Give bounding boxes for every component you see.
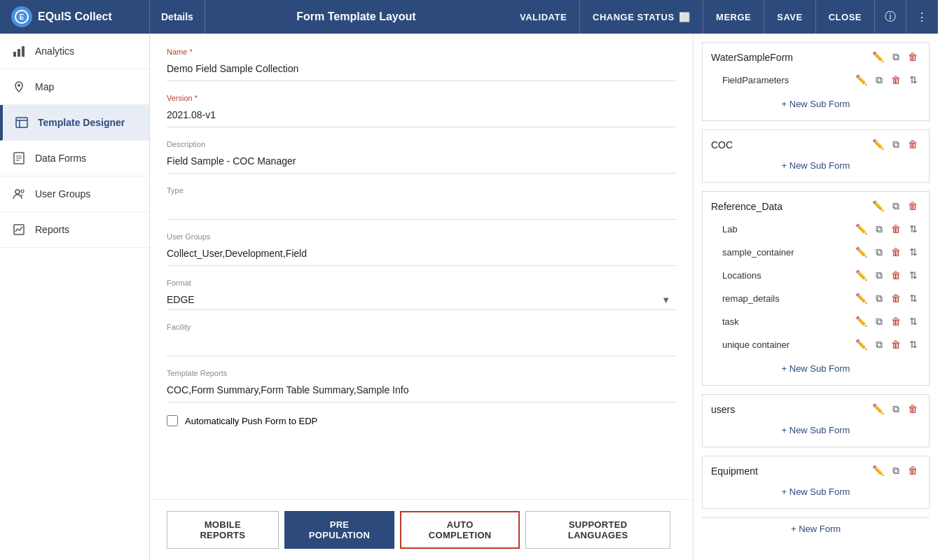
reorder-sample-container-icon[interactable]: ⇅: [906, 245, 920, 260]
group-actions-water-sample-form: ✏️ ⧉ 🗑: [869, 50, 920, 64]
reorder-locations-icon[interactable]: ⇅: [906, 268, 920, 283]
edit-users-icon[interactable]: ✏️: [869, 402, 887, 416]
bottom-buttons: MOBILE REPORTS PRE POPULATION AUTO COMPL…: [150, 499, 693, 560]
delete-water-sample-form-icon[interactable]: 🗑: [905, 50, 920, 64]
delete-unique-container-icon[interactable]: 🗑: [888, 337, 904, 352]
group-name-water-sample-form: WaterSampleForm: [711, 52, 793, 63]
merge-button[interactable]: MERGE: [703, 0, 764, 34]
brand-name: EQuIS Collect: [38, 10, 112, 23]
new-sub-form-btn-users[interactable]: + New Sub Form: [711, 421, 920, 440]
reorder-unique-container-icon[interactable]: ⇅: [906, 337, 920, 352]
reorder-remap-details-icon[interactable]: ⇅: [906, 291, 920, 306]
edit-sample-container-icon[interactable]: ✏️: [853, 245, 870, 260]
new-sub-form-btn-equipment[interactable]: + New Sub Form: [711, 482, 920, 501]
type-field-group: Type: [167, 186, 676, 220]
close-button[interactable]: CLOSE: [816, 0, 875, 34]
form-group-header-users: users ✏️ ⧉ 🗑: [711, 402, 920, 416]
version-label: Version *: [167, 94, 676, 102]
sub-item-name-task: task: [722, 316, 739, 327]
sub-item-task: task ✏️ ⧉ 🗑 ⇅: [711, 310, 920, 333]
copy-equipment-icon[interactable]: ⧉: [890, 463, 902, 478]
reorder-lab-icon[interactable]: ⇅: [906, 222, 920, 237]
facility-value: [167, 334, 676, 356]
sidebar-item-template-designer[interactable]: Template Designer: [0, 105, 149, 141]
brand-icon: E: [11, 6, 32, 27]
edit-field-parameters-icon[interactable]: ✏️: [853, 73, 870, 88]
sub-item-actions-field-parameters: ✏️ ⧉ 🗑 ⇅: [853, 73, 920, 88]
copy-reference-data-icon[interactable]: ⧉: [890, 199, 902, 214]
template-reports-value: COC,Form Summary,Form Table Summary,Samp…: [167, 380, 676, 402]
user-groups-value: Collect_User,Development,Field: [167, 244, 676, 266]
sidebar-label-reports: Reports: [35, 224, 69, 235]
group-name-equipment: Equipment: [711, 465, 758, 477]
more-menu-button[interactable]: ⋮: [906, 0, 938, 34]
delete-reference-data-icon[interactable]: 🗑: [905, 199, 920, 214]
delete-lab-icon[interactable]: 🗑: [888, 222, 904, 237]
format-label: Format: [167, 279, 676, 287]
copy-field-parameters-icon[interactable]: ⧉: [873, 73, 885, 88]
delete-remap-details-icon[interactable]: 🗑: [888, 291, 904, 306]
delete-users-icon[interactable]: 🗑: [905, 402, 920, 416]
form-group-header-equipment: Equipment ✏️ ⧉ 🗑: [711, 463, 920, 478]
delete-field-parameters-icon[interactable]: 🗑: [888, 73, 904, 88]
copy-task-icon[interactable]: ⧉: [873, 314, 885, 329]
copy-locations-icon[interactable]: ⧉: [873, 268, 885, 283]
new-form-button[interactable]: + New Form: [702, 517, 930, 540]
info-button[interactable]: ⓘ: [875, 0, 906, 34]
auto-completion-button[interactable]: AUTO COMPLETION: [400, 511, 520, 549]
change-status-button[interactable]: CHANGE STATUS ⬜: [580, 0, 703, 34]
copy-users-icon[interactable]: ⧉: [890, 402, 902, 416]
new-sub-form-btn-reference-data[interactable]: + New Sub Form: [711, 359, 920, 378]
reorder-task-icon[interactable]: ⇅: [906, 314, 920, 329]
template-designer-icon: [14, 115, 29, 130]
copy-coc-icon[interactable]: ⧉: [890, 137, 902, 152]
edit-equipment-icon[interactable]: ✏️: [869, 463, 887, 478]
edit-water-sample-form-icon[interactable]: ✏️: [869, 50, 887, 64]
format-field-group: Format EDGE ▼: [167, 279, 676, 310]
delete-coc-icon[interactable]: 🗑: [905, 137, 920, 152]
form-group-header-reference-data: Reference_Data ✏️ ⧉ 🗑: [711, 199, 920, 214]
copy-water-sample-form-icon[interactable]: ⧉: [890, 50, 902, 64]
supported-languages-button[interactable]: SUPPORTED LANGUAGES: [525, 511, 670, 549]
edit-locations-icon[interactable]: ✏️: [853, 268, 870, 283]
sidebar-label-template-designer: Template Designer: [38, 117, 125, 128]
format-select[interactable]: EDGE: [167, 290, 676, 309]
sidebar-item-user-groups[interactable]: User Groups: [0, 176, 149, 212]
edit-coc-icon[interactable]: ✏️: [869, 137, 887, 152]
form-group-reference-data: Reference_Data ✏️ ⧉ 🗑 Lab ✏️ ⧉ 🗑 ⇅ sampl…: [702, 191, 930, 386]
auto-push-checkbox[interactable]: [167, 415, 178, 426]
new-sub-form-btn-coc[interactable]: + New Sub Form: [711, 156, 920, 175]
edit-unique-container-icon[interactable]: ✏️: [853, 337, 870, 352]
edit-remap-details-icon[interactable]: ✏️: [853, 291, 870, 306]
reorder-field-parameters-icon[interactable]: ⇅: [906, 73, 920, 88]
name-field-group: Name * Demo Field Sample Collection: [167, 48, 676, 81]
analytics-icon: [11, 43, 27, 59]
group-name-reference-data: Reference_Data: [711, 201, 782, 212]
copy-remap-details-icon[interactable]: ⧉: [873, 291, 885, 306]
copy-sample-container-icon[interactable]: ⧉: [873, 245, 885, 260]
copy-unique-container-icon[interactable]: ⧉: [873, 337, 885, 352]
copy-lab-icon[interactable]: ⧉: [873, 222, 885, 237]
data-forms-icon: [11, 150, 27, 166]
edit-task-icon[interactable]: ✏️: [853, 314, 870, 329]
sidebar-item-map[interactable]: Map: [0, 69, 149, 105]
save-button[interactable]: SAVE: [764, 0, 815, 34]
group-name-users: users: [711, 404, 735, 415]
delete-equipment-icon[interactable]: 🗑: [905, 463, 920, 478]
svg-point-13: [15, 190, 20, 194]
group-actions-users: ✏️ ⧉ 🗑: [869, 402, 920, 416]
validate-button[interactable]: VALIDATE: [507, 0, 580, 34]
edit-reference-data-icon[interactable]: ✏️: [869, 199, 887, 214]
sidebar-item-analytics[interactable]: Analytics: [0, 34, 149, 69]
delete-task-icon[interactable]: 🗑: [888, 314, 904, 329]
delete-sample-container-icon[interactable]: 🗑: [888, 245, 904, 260]
sidebar-label-map: Map: [35, 81, 54, 92]
sidebar-item-data-forms[interactable]: Data Forms: [0, 141, 149, 176]
delete-locations-icon[interactable]: 🗑: [888, 268, 904, 283]
pre-population-button[interactable]: PRE POPULATION: [284, 511, 395, 549]
facility-label: Facility: [167, 323, 676, 331]
sidebar-item-reports[interactable]: Reports: [0, 212, 149, 248]
mobile-reports-button[interactable]: MOBILE REPORTS: [167, 511, 279, 549]
new-sub-form-btn-water-sample-form[interactable]: + New Sub Form: [711, 94, 920, 113]
edit-lab-icon[interactable]: ✏️: [853, 222, 870, 237]
